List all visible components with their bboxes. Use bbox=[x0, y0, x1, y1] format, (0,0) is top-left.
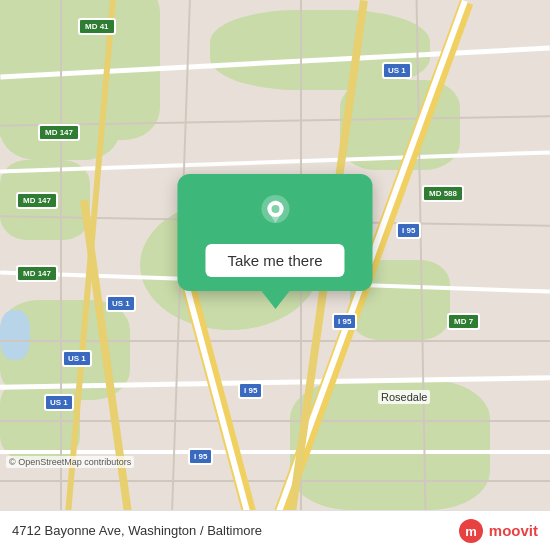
location-pin-icon bbox=[253, 192, 297, 236]
popup-card: Take me there bbox=[177, 174, 372, 291]
shield-md7: MD 7 bbox=[447, 313, 480, 330]
shield-md147-2: MD 147 bbox=[16, 192, 58, 209]
moovit-icon-svg: m bbox=[457, 517, 485, 545]
moovit-text: moovit bbox=[489, 522, 538, 539]
shield-md588: MD 588 bbox=[422, 185, 464, 202]
vert-road-4 bbox=[60, 0, 62, 510]
map-container: MD 41 US 1 MD 147 MD 147 MD 147 MD 588 I… bbox=[0, 0, 550, 510]
map-popup: Take me there bbox=[177, 174, 372, 309]
osm-attribution: © OpenStreetMap contributors bbox=[6, 456, 134, 468]
shield-us1-top: US 1 bbox=[382, 62, 412, 79]
shield-md41: MD 41 bbox=[78, 18, 116, 35]
bottom-bar: 4712 Bayonne Ave, Washington / Baltimore… bbox=[0, 510, 550, 550]
moovit-logo: m moovit bbox=[457, 517, 538, 545]
small-road-4 bbox=[0, 420, 550, 422]
shield-i95-1: I 95 bbox=[396, 222, 421, 239]
place-label-rosedale: Rosedale bbox=[378, 390, 430, 404]
shield-i95-2: I 95 bbox=[332, 313, 357, 330]
water-area bbox=[0, 310, 30, 360]
shield-md147-1: MD 147 bbox=[38, 124, 80, 141]
svg-text:m: m bbox=[465, 524, 477, 539]
small-road-5 bbox=[0, 480, 550, 482]
shield-i95-3: I 95 bbox=[238, 382, 263, 399]
cross-road-5 bbox=[0, 450, 550, 454]
shield-md147-3: MD 147 bbox=[16, 265, 58, 282]
take-me-there-button[interactable]: Take me there bbox=[205, 244, 344, 277]
popup-triangle bbox=[261, 291, 289, 309]
shield-us1-bot1: US 1 bbox=[62, 350, 92, 367]
shield-i95-4: I 95 bbox=[188, 448, 213, 465]
address-text: 4712 Bayonne Ave, Washington / Baltimore bbox=[12, 523, 262, 538]
shield-us1-mid: US 1 bbox=[106, 295, 136, 312]
shield-us1-bot2: US 1 bbox=[44, 394, 74, 411]
